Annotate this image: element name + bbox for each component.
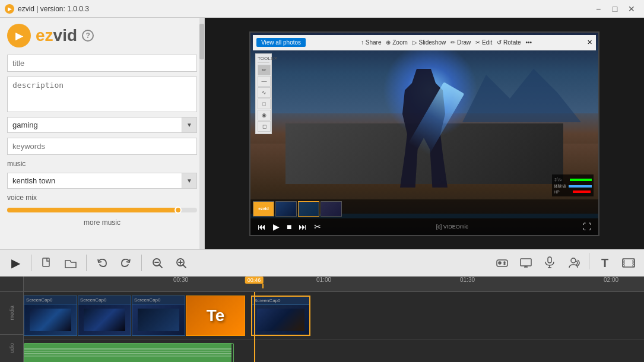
svg-point-22 bbox=[571, 258, 576, 263]
svg-rect-1 bbox=[43, 258, 49, 266]
tools-close[interactable]: ✕ bbox=[274, 56, 278, 61]
slider-thumb[interactable] bbox=[175, 207, 182, 214]
draw-tool[interactable]: ✏ Draw bbox=[451, 39, 471, 46]
text-button[interactable]: T bbox=[594, 253, 616, 273]
text-clip[interactable]: Te bbox=[186, 296, 245, 336]
undo-button[interactable] bbox=[91, 253, 113, 273]
playhead-time-label: 00:46 bbox=[245, 277, 264, 284]
playhead-tick bbox=[262, 284, 264, 288]
logo-icon: ▶ bbox=[7, 24, 31, 47]
clip-3-thumb bbox=[132, 304, 185, 335]
category-select[interactable]: gaming education entertainment howto new… bbox=[7, 117, 197, 133]
next-button[interactable]: ⏭ bbox=[296, 222, 309, 231]
stop-button[interactable]: ■ bbox=[284, 222, 294, 231]
thumb-2[interactable] bbox=[298, 201, 319, 217]
scrollbar-thumb[interactable] bbox=[199, 24, 204, 59]
maximize-button[interactable]: □ bbox=[607, 3, 623, 15]
music-select-wrapper: kentish town ▼ bbox=[7, 173, 197, 189]
screen-capture-button[interactable] bbox=[515, 253, 537, 273]
stat-row-3: HP bbox=[554, 190, 592, 194]
play-button[interactable]: ▶ bbox=[5, 253, 26, 273]
clip-1-thumb bbox=[24, 304, 77, 335]
playback-buttons: ⏮ ▶ ■ ⏭ ✂ bbox=[255, 222, 323, 231]
tool-curve[interactable]: ∿ bbox=[258, 87, 271, 98]
svg-rect-19 bbox=[548, 257, 551, 263]
play-button[interactable]: ▶ bbox=[271, 222, 282, 231]
voice-button[interactable] bbox=[563, 253, 584, 273]
title-input[interactable] bbox=[7, 55, 197, 72]
app-icon: ▶ bbox=[5, 4, 14, 14]
window-close-area: ✕ bbox=[587, 39, 592, 46]
media-track[interactable]: ScreenCap0 ScreenCap0 bbox=[24, 292, 644, 339]
cut-button[interactable]: ✂ bbox=[312, 222, 323, 231]
open-file-button[interactable] bbox=[60, 253, 81, 273]
rotate-tool[interactable]: ↺ Rotate bbox=[497, 39, 521, 46]
stat-bar-1 bbox=[570, 179, 592, 181]
playhead-line-audio bbox=[254, 339, 255, 362]
stat-bar-2 bbox=[569, 185, 592, 188]
zoom-tool[interactable]: ⊕ Zoom bbox=[386, 39, 407, 46]
more-tool[interactable]: ••• bbox=[526, 39, 532, 46]
music-label: music bbox=[7, 160, 197, 168]
tool-line[interactable]: — bbox=[258, 76, 271, 87]
keywords-input[interactable] bbox=[7, 138, 197, 155]
film-button[interactable] bbox=[618, 253, 639, 273]
window-title: ezvid | version: 1.0.0.3 bbox=[18, 5, 89, 13]
main-area: ▶ ezvid ? gaming education entertainment… bbox=[0, 18, 644, 249]
tool-shape[interactable]: □ bbox=[258, 99, 271, 109]
tool-fill[interactable]: ◉ bbox=[258, 110, 271, 120]
preview-area: ギル 経験値 HP View all photos bbox=[205, 18, 644, 249]
description-input[interactable] bbox=[7, 77, 197, 112]
gamepad-button[interactable] bbox=[491, 253, 513, 273]
close-button[interactable]: ✕ bbox=[624, 3, 639, 15]
clip-4-active[interactable]: ScreenCap0 bbox=[251, 296, 310, 336]
slideshow-tool[interactable]: ▷ Slideshow bbox=[413, 39, 446, 46]
music-select[interactable]: kentish town bbox=[7, 173, 197, 189]
fullscreen-button[interactable]: ⛶ bbox=[580, 222, 594, 231]
clip-1-preview bbox=[30, 309, 71, 331]
tool-pencil[interactable]: ✏ bbox=[258, 65, 271, 75]
thumb-3[interactable] bbox=[321, 201, 342, 217]
preview-controls: ⏮ ▶ ■ ⏭ ✂ [c] VIDEOmic ⛶ bbox=[250, 218, 598, 235]
more-music-label[interactable]: more music bbox=[7, 218, 197, 227]
clip-4-header: ScreenCap0 bbox=[252, 297, 309, 305]
track-content-area[interactable]: ScreenCap0 ScreenCap0 bbox=[24, 292, 644, 362]
thumbnail-strip: ezvid bbox=[250, 199, 598, 218]
clip-1[interactable]: ScreenCap0 bbox=[24, 296, 77, 336]
left-panel-scrollbar[interactable] bbox=[199, 18, 204, 249]
thumb-1[interactable] bbox=[275, 201, 297, 217]
audio-track[interactable] bbox=[24, 339, 644, 362]
svg-point-13 bbox=[504, 263, 505, 265]
tools-header: TOOLS✕ bbox=[258, 56, 269, 63]
view-all-photos-button[interactable]: View all photos bbox=[256, 38, 306, 47]
window-controls: − □ ✕ bbox=[591, 3, 639, 15]
zoom-in-button[interactable] bbox=[170, 253, 192, 273]
photo-viewer-close[interactable]: ✕ bbox=[587, 39, 592, 46]
share-tool[interactable]: ↑ Share bbox=[361, 39, 381, 46]
toolbar-right: T bbox=[491, 253, 639, 273]
tool-eraser[interactable]: ◻ bbox=[258, 121, 271, 132]
divider-1 bbox=[31, 255, 31, 271]
edit-tool[interactable]: ✂ Edit bbox=[475, 39, 492, 46]
thumb-ezvid[interactable]: ezvid bbox=[253, 201, 274, 217]
microphone-button[interactable] bbox=[539, 253, 560, 273]
clip-3[interactable]: ScreenCap0 bbox=[132, 296, 185, 336]
playhead-indicator: 00:46 bbox=[254, 277, 272, 288]
clip-3-header: ScreenCap0 bbox=[132, 296, 185, 304]
ruler-content[interactable]: 00:30 01:00 01:30 02:00 00:46 bbox=[24, 277, 644, 291]
new-file-button[interactable] bbox=[36, 253, 58, 273]
voice-mix-slider[interactable] bbox=[7, 208, 197, 212]
stat-bar-3 bbox=[573, 190, 591, 193]
help-button[interactable]: ? bbox=[82, 30, 94, 42]
clip-4-preview bbox=[257, 309, 304, 331]
stat-label-1: ギル bbox=[554, 177, 569, 183]
minimize-button[interactable]: − bbox=[591, 3, 606, 15]
audio-bar-main[interactable] bbox=[24, 343, 234, 362]
tools-panel: TOOLS✕ ✏ — ∿ □ ◉ ◻ bbox=[255, 53, 272, 134]
prev-button[interactable]: ⏮ bbox=[255, 222, 268, 231]
stat-label-2: 経験値 bbox=[554, 183, 567, 189]
media-label-text: media bbox=[9, 306, 15, 320]
zoom-out-button[interactable] bbox=[147, 253, 168, 273]
redo-button[interactable] bbox=[115, 253, 137, 273]
clip-2[interactable]: ScreenCap0 bbox=[78, 296, 131, 336]
